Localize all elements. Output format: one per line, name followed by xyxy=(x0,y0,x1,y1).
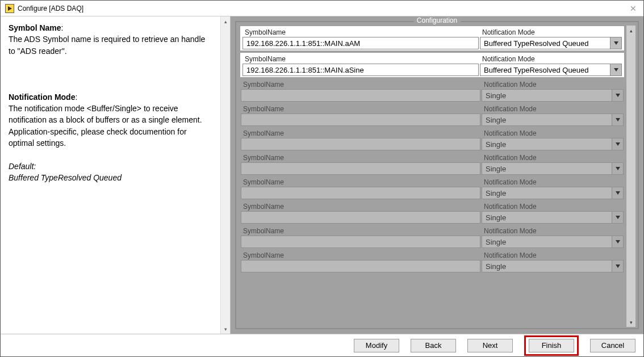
app-icon xyxy=(5,4,14,13)
mode-value: Single xyxy=(482,212,612,223)
svg-marker-6 xyxy=(616,167,620,170)
rows-list: SymbolNameNotification ModeBuffered Type… xyxy=(240,26,625,327)
symbol-label: SymbolName xyxy=(241,104,480,114)
close-icon[interactable]: ✕ xyxy=(628,4,639,13)
mode-dropdown: Single xyxy=(482,162,624,175)
symbol-cell: SymbolName xyxy=(242,27,479,49)
config-row: SymbolNameNotification ModeSingle xyxy=(240,225,625,249)
config-row: SymbolNameNotification ModeSingle xyxy=(240,177,625,200)
chevron-down-icon xyxy=(612,163,623,174)
symbol-input xyxy=(241,163,480,174)
chevron-down-icon[interactable] xyxy=(610,37,621,49)
group-title: Configuration xyxy=(413,16,461,24)
mode-dropdown[interactable]: Buffered TypeResolved Queued xyxy=(480,64,622,76)
mode-value: Buffered TypeResolved Queued xyxy=(480,64,610,75)
dialog-body: Symbol Name: The ADS Symbol name is requ… xyxy=(1,16,643,334)
symbol-input-wrap xyxy=(242,64,479,76)
next-button[interactable]: Next xyxy=(467,339,513,352)
help-heading-symbol: Symbol Name xyxy=(9,23,61,32)
config-row: SymbolNameNotification ModeSingle xyxy=(240,128,625,151)
chevron-down-icon xyxy=(612,236,623,247)
mode-value: Single xyxy=(482,163,612,174)
finish-button[interactable]: Finish xyxy=(529,339,574,352)
scroll-up-icon[interactable]: ▴ xyxy=(626,26,635,35)
window-title: Configure [ADS DAQ] xyxy=(18,5,628,12)
mode-label: Notification Mode xyxy=(482,250,624,260)
chevron-down-icon xyxy=(612,90,623,101)
mode-dropdown: Single xyxy=(482,187,624,199)
symbol-input-wrap xyxy=(241,260,480,272)
mode-value: Single xyxy=(482,236,612,247)
symbol-label: SymbolName xyxy=(242,27,479,37)
symbol-input[interactable] xyxy=(243,37,478,49)
mode-label: Notification Mode xyxy=(480,54,622,64)
mode-label: Notification Mode xyxy=(482,128,624,138)
symbol-label: SymbolName xyxy=(241,201,480,211)
mode-label: Notification Mode xyxy=(482,104,624,114)
chevron-down-icon xyxy=(612,261,623,272)
config-row: SymbolNameNotification ModeSingle xyxy=(240,201,625,224)
mode-dropdown: Single xyxy=(482,89,624,102)
config-scrollbar[interactable]: ▴ ▾ xyxy=(626,26,635,327)
help-default-value: Buffered TypeResolved Queued xyxy=(9,173,122,182)
config-row: SymbolNameNotification ModeSingle xyxy=(240,79,625,102)
svg-marker-9 xyxy=(616,240,620,243)
mode-dropdown: Single xyxy=(482,211,624,224)
symbol-input[interactable] xyxy=(243,64,478,75)
help-text-symbol: The ADS Symbol name is required to retri… xyxy=(9,33,212,57)
help-scrollbar[interactable]: ▴ ▾ xyxy=(220,16,230,334)
mode-label: Notification Mode xyxy=(482,226,624,236)
symbol-cell: SymbolName xyxy=(241,250,480,272)
mode-cell: Notification ModeSingle xyxy=(482,104,624,126)
mode-label: Notification Mode xyxy=(482,79,624,89)
svg-marker-10 xyxy=(616,264,620,268)
symbol-cell: SymbolName xyxy=(241,79,480,102)
symbol-input xyxy=(241,212,480,223)
mode-cell: Notification ModeSingle xyxy=(482,153,624,175)
svg-marker-1 xyxy=(614,41,618,45)
symbol-input xyxy=(241,261,480,272)
svg-marker-4 xyxy=(616,118,620,121)
modify-button[interactable]: Modify xyxy=(354,339,399,352)
scroll-down-icon[interactable]: ▾ xyxy=(221,324,230,334)
symbol-label: SymbolName xyxy=(241,250,480,260)
symbol-input-wrap xyxy=(241,89,480,102)
svg-marker-8 xyxy=(616,216,620,219)
help-heading-mode: Notification Mode xyxy=(9,93,75,102)
svg-marker-2 xyxy=(614,68,618,72)
mode-dropdown[interactable]: Buffered TypeResolved Queued xyxy=(480,37,622,49)
symbol-input-wrap xyxy=(241,236,480,248)
chevron-down-icon[interactable] xyxy=(610,64,621,75)
mode-cell: Notification ModeSingle xyxy=(482,201,624,224)
svg-marker-5 xyxy=(616,142,620,146)
symbol-input-wrap xyxy=(241,187,480,199)
mode-cell: Notification ModeBuffered TypeResolved Q… xyxy=(480,54,622,76)
mode-value: Single xyxy=(482,114,612,125)
symbol-label: SymbolName xyxy=(242,54,479,64)
config-row: SymbolNameNotification ModeSingle xyxy=(240,250,625,273)
cancel-button[interactable]: Cancel xyxy=(590,339,635,352)
mode-label: Notification Mode xyxy=(480,27,622,37)
symbol-input-wrap xyxy=(242,37,479,49)
mode-dropdown: Single xyxy=(482,236,624,248)
config-panel: Configuration SymbolNameNotification Mod… xyxy=(231,16,643,334)
symbol-input xyxy=(241,90,480,101)
mode-cell: Notification ModeSingle xyxy=(482,226,624,248)
rows-container: SymbolNameNotification ModeBuffered Type… xyxy=(236,22,638,328)
mode-cell: Notification ModeSingle xyxy=(482,250,624,272)
mode-dropdown: Single xyxy=(482,114,624,126)
chevron-down-icon xyxy=(612,212,623,223)
back-button[interactable]: Back xyxy=(411,339,456,352)
mode-value: Single xyxy=(482,187,612,199)
finish-highlight: Finish xyxy=(524,335,579,356)
symbol-cell: SymbolName xyxy=(242,54,479,76)
mode-cell: Notification ModeSingle xyxy=(482,79,624,102)
symbol-input-wrap xyxy=(241,211,480,224)
scroll-down-icon[interactable]: ▾ xyxy=(626,317,635,327)
symbol-input-wrap xyxy=(241,114,480,126)
symbol-cell: SymbolName xyxy=(241,153,480,175)
scroll-up-icon[interactable]: ▴ xyxy=(221,16,230,26)
config-row: SymbolNameNotification ModeBuffered Type… xyxy=(240,26,625,51)
mode-dropdown: Single xyxy=(482,260,624,272)
symbol-label: SymbolName xyxy=(241,226,480,236)
